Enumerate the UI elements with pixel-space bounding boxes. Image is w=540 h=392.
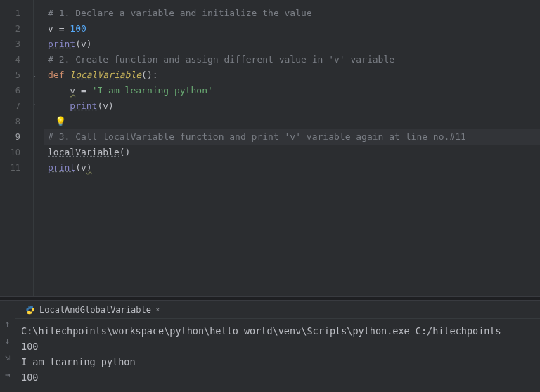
code-token: 'I am learning python' bbox=[92, 85, 213, 96]
code-token: v bbox=[70, 85, 75, 96]
scroll-up-icon[interactable]: ↑ bbox=[5, 319, 10, 329]
line-number: 4 bbox=[0, 52, 33, 67]
console-body: LocalAndGlobalVariable × C:\hitechpoints… bbox=[15, 301, 540, 392]
line-number: 8 bbox=[0, 114, 33, 129]
line-number: 5 bbox=[0, 67, 33, 83]
code-token: def bbox=[48, 70, 70, 80]
code-line[interactable]: print(v) bbox=[44, 98, 540, 114]
line-number: 9 bbox=[0, 129, 33, 145]
code-token: print bbox=[48, 162, 75, 173]
run-tool-window: ↑ ↓ ⇲ ⇥ LocalAndGlobalVariable × C:\hite… bbox=[0, 301, 540, 392]
code-line[interactable]: v = 'I am learning python' bbox=[44, 83, 540, 98]
code-token bbox=[48, 85, 70, 96]
line-number: 7 bbox=[0, 98, 33, 114]
soft-wrap-icon[interactable]: ⇲ bbox=[5, 353, 10, 362]
line-number: 3 bbox=[0, 37, 33, 52]
line-number: 6 bbox=[0, 83, 33, 98]
code-token: v bbox=[48, 23, 53, 34]
fold-column[interactable]: ⌄⌃ bbox=[34, 0, 44, 296]
code-line[interactable]: 💡 bbox=[44, 114, 540, 129]
console-tool-strip: ↑ ↓ ⇲ ⇥ bbox=[0, 301, 15, 392]
code-line[interactable]: localVariable() bbox=[44, 145, 540, 160]
code-token: localVariable bbox=[70, 70, 141, 80]
code-token: # 1. Declare a variable and initialize t… bbox=[48, 8, 312, 18]
code-line[interactable]: # 1. Declare a variable and initialize t… bbox=[44, 6, 540, 21]
code-token: ( bbox=[75, 39, 81, 49]
code-token: = bbox=[53, 23, 70, 34]
run-tab-label: LocalAndGlobalVariable bbox=[39, 305, 151, 315]
line-number: 2 bbox=[0, 21, 33, 37]
code-token: v bbox=[81, 39, 86, 49]
code-token: print bbox=[70, 100, 97, 111]
code-token: localVariable bbox=[48, 147, 120, 157]
code-line[interactable]: # 3. Call localVariable function and pri… bbox=[44, 129, 540, 145]
code-token: # 3. Call localVariable function and pri… bbox=[48, 131, 466, 142]
scroll-to-end-icon[interactable]: ⇥ bbox=[5, 370, 10, 379]
code-token: (): bbox=[141, 70, 158, 80]
line-number-gutter: 1234567891011 bbox=[0, 0, 34, 296]
code-token: print bbox=[48, 39, 75, 49]
code-token: # 2. Create function and assign differen… bbox=[48, 54, 394, 65]
code-line[interactable]: print(v) bbox=[44, 160, 540, 176]
intention-bulb-icon[interactable]: 💡 bbox=[55, 114, 66, 129]
code-token: ( bbox=[75, 162, 81, 173]
run-tab[interactable]: LocalAndGlobalVariable × bbox=[20, 301, 166, 319]
run-tab-bar: LocalAndGlobalVariable × bbox=[15, 301, 540, 319]
code-line[interactable]: # 2. Create function and assign differen… bbox=[44, 52, 540, 67]
code-area[interactable]: # 1. Declare a variable and initialize t… bbox=[44, 0, 540, 296]
code-token: v bbox=[81, 162, 86, 173]
code-token: ) bbox=[86, 162, 92, 173]
code-token: ) bbox=[86, 39, 92, 49]
code-token: = bbox=[75, 85, 91, 96]
line-number: 11 bbox=[0, 160, 33, 176]
code-line[interactable]: def localVariable(): bbox=[44, 67, 540, 83]
code-token: 100 bbox=[70, 23, 86, 34]
code-token bbox=[48, 100, 70, 111]
code-token: () bbox=[120, 147, 131, 157]
code-line[interactable]: v = 100 bbox=[44, 21, 540, 37]
code-token: ) bbox=[108, 100, 114, 111]
close-icon[interactable]: × bbox=[155, 305, 160, 314]
line-number: 1 bbox=[0, 6, 33, 21]
scroll-down-icon[interactable]: ↓ bbox=[5, 336, 10, 346]
code-editor[interactable]: 1234567891011 ⌄⌃ # 1. Declare a variable… bbox=[0, 0, 540, 296]
python-icon bbox=[25, 305, 35, 315]
line-number: 10 bbox=[0, 145, 33, 160]
code-line[interactable]: print(v) bbox=[44, 37, 540, 52]
console-output[interactable]: C:\hitechpoints\workspace\python\hello_w… bbox=[15, 319, 540, 392]
code-token: v bbox=[103, 100, 108, 111]
